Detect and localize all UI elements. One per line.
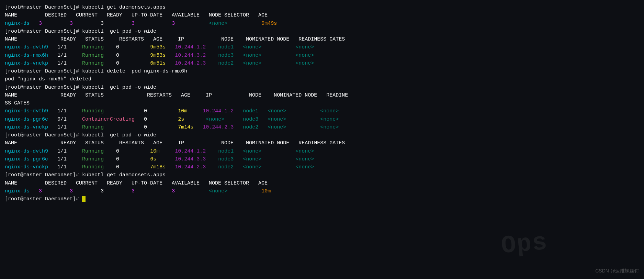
- terminal-text: node1: [218, 148, 234, 154]
- terminal-text: 1/1: [57, 164, 67, 170]
- terminal-text: 3: [73, 21, 132, 26]
- terminal-text: [48, 60, 57, 66]
- terminal-text: [166, 44, 175, 50]
- terminal-text: NAME READY STATUS RESTARTS AGE IP NODE N…: [5, 36, 345, 42]
- terminal-content: [root@master DaemonSet]# kubectl get dae…: [5, 3, 639, 203]
- terminal-text: [48, 116, 57, 122]
- terminal-text: <none>: [206, 116, 224, 122]
- terminal-text: <none> <none>: [258, 124, 339, 130]
- terminal-text: 10.244.3.2: [175, 53, 206, 58]
- terminal-text: 10m: [261, 188, 271, 194]
- terminal-text: nginx-ds: [5, 188, 30, 194]
- terminal-text: SS GATES: [5, 100, 30, 106]
- terminal-text: [166, 60, 175, 66]
- terminal-text: 1/1: [57, 108, 67, 114]
- terminal-text: [224, 116, 243, 122]
- terminal-line: nginx-ds 3 3 3 3 3 <none> 9m49s: [5, 20, 639, 27]
- terminal-line: [root@master DaemonSet]# kubectl get dae…: [5, 3, 639, 11]
- terminal-text: 3: [70, 21, 73, 26]
- terminal-text: [206, 44, 218, 50]
- terminal-text: 0: [104, 148, 150, 154]
- terminal-text: nginx-ds: [5, 21, 30, 26]
- terminal-text: <none> <none>: [234, 60, 314, 66]
- terminal-text: 0: [104, 108, 178, 114]
- terminal-text: [206, 148, 218, 154]
- terminal-text: [67, 116, 82, 122]
- terminal-text: 0/1: [57, 116, 67, 122]
- terminal-text: [67, 108, 82, 114]
- terminal-text: 6s: [150, 156, 156, 162]
- terminal-line: NAME READY STATUS RESTARTS AGE IP NODE N…: [5, 91, 639, 99]
- terminal-text: 7m14s: [178, 124, 193, 130]
- terminal-text: NAME DESIRED CURRENT READY UP-TO-DATE AV…: [5, 12, 268, 18]
- terminal-text: <none> <none>: [234, 44, 314, 50]
- terminal-text: 0: [104, 164, 150, 170]
- terminal-line: nginx-ds-vnckp 1/1 Running 0 7m14s 10.24…: [5, 123, 639, 131]
- terminal-text: 0: [104, 53, 150, 58]
- terminal-text: [206, 53, 218, 58]
- terminal-text: 1/1: [57, 53, 67, 58]
- terminal-text: 6m51s: [150, 60, 166, 66]
- terminal-text: <none> <none>: [234, 148, 314, 154]
- terminal-text: 3: [132, 21, 135, 26]
- terminal-text: 10.244.3.3: [175, 156, 206, 162]
- terminal-text: <none> <none>: [234, 156, 314, 162]
- terminal-text: Running: [82, 148, 104, 154]
- terminal-text: nginx-ds-rmx6h: [5, 53, 48, 58]
- terminal-text: <none> <none>: [258, 116, 339, 122]
- terminal-text: 1/1: [57, 124, 67, 130]
- terminal-line: nginx-ds-dvth9 1/1 Running 0 10m 10.244.…: [5, 147, 639, 155]
- terminal-text: 0: [135, 116, 178, 122]
- terminal-text: 1/1: [57, 148, 67, 154]
- terminal-text: nginx-ds-pgr6c: [5, 116, 48, 122]
- terminal-text: 0: [104, 156, 150, 162]
- terminal-text: 2s: [178, 116, 184, 122]
- terminal-text: 1/1: [57, 44, 67, 50]
- terminal-text: 3: [73, 188, 132, 194]
- terminal-text: node2: [218, 164, 234, 170]
- terminal-text: 10.244.1.2: [175, 44, 206, 50]
- terminal-line: SS GATES: [5, 99, 639, 107]
- terminal-line: nginx-ds-pgr6c 1/1 Running 0 6s 10.244.3…: [5, 155, 639, 163]
- terminal-text: [193, 124, 203, 130]
- terminal-text: [root@master DaemonSet]# kubectl get dae…: [5, 4, 166, 10]
- terminal-text: Running: [82, 53, 104, 58]
- terminal-line: nginx-ds-vnckp 1/1 Running 0 7m18s 10.24…: [5, 163, 639, 171]
- terminal-text: Running: [82, 44, 104, 50]
- terminal-text: Running: [82, 156, 104, 162]
- terminal-text: [135, 188, 172, 194]
- terminal-text: 9m49s: [261, 21, 277, 26]
- terminal-text: nginx-ds-dvth9: [5, 148, 48, 154]
- terminal-text: 10.244.2.3: [203, 124, 234, 130]
- terminal-text: [67, 164, 82, 170]
- terminal-text: [48, 124, 57, 130]
- terminal-text: <none> <none>: [258, 108, 339, 114]
- terminal-text: node2: [218, 60, 234, 66]
- terminal-text: 0: [104, 60, 150, 66]
- terminal-text: [156, 156, 175, 162]
- terminal-text: nginx-ds-vnckp: [5, 60, 48, 66]
- terminal-text: [root@master DaemonSet]# kubectl get pod…: [5, 29, 156, 34]
- terminal-text: [159, 148, 175, 154]
- terminal-text: [30, 188, 39, 194]
- terminal-text: Running: [82, 108, 104, 114]
- terminal-text: nginx-ds-pgr6c: [5, 156, 48, 162]
- terminal-line: pod "nginx-ds-rmx6h" deleted: [5, 75, 639, 83]
- terminal-text: [234, 108, 243, 114]
- terminal-text: [42, 21, 70, 26]
- terminal-line: nginx-ds 3 3 3 3 3 <none> 10m: [5, 187, 639, 195]
- terminal-text: <none> <none>: [234, 164, 314, 170]
- terminal-text: [48, 53, 57, 58]
- terminal-line: [root@master DaemonSet]#: [5, 195, 639, 203]
- terminal-text: nginx-ds-vnckp: [5, 164, 48, 170]
- terminal-text: 0: [104, 124, 178, 130]
- terminal-text: node3: [218, 53, 234, 58]
- terminal-line: [root@master DaemonSet]# kubectl get dae…: [5, 171, 639, 179]
- terminal-text: <none>: [175, 21, 261, 26]
- terminal-text: Running: [82, 60, 104, 66]
- terminal-text: [48, 164, 57, 170]
- terminal-text: [30, 21, 39, 26]
- terminal-text: [root@master DaemonSet]# kubectl get dae…: [5, 172, 166, 178]
- terminal-line: [root@master DaemonSet]# kubectl get pod…: [5, 131, 639, 139]
- terminal-text: [67, 44, 82, 50]
